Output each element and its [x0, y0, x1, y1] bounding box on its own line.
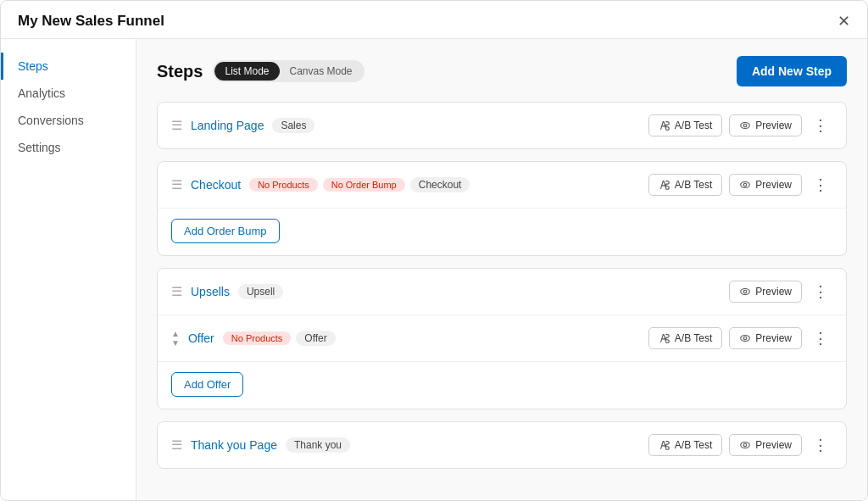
- eye-icon-upsells: [739, 286, 751, 298]
- step-actions-offer: A/B Test Preview ⋮: [648, 327, 832, 349]
- ab-test-icon: [659, 120, 670, 131]
- table-row: ☰ Checkout No Products No Order Bump Che…: [158, 162, 846, 209]
- step-group-landing: ☰ Landing Page Sales A/B Test: [157, 102, 847, 149]
- preview-button-checkout[interactable]: Preview: [729, 174, 802, 196]
- list-icon-checkout: ☰: [171, 177, 182, 192]
- more-button-checkout[interactable]: ⋮: [809, 174, 832, 196]
- ab-test-button-landing[interactable]: A/B Test: [648, 114, 722, 136]
- eye-icon-offer: [739, 332, 751, 344]
- step-actions-landing: A/B Test Preview ⋮: [648, 114, 832, 136]
- list-icon: ☰: [171, 118, 182, 133]
- content-area: Steps List Mode Canvas Mode Add New Step…: [136, 39, 867, 500]
- table-row: ☰ Upsells Upsell Preview ⋮: [158, 269, 846, 315]
- step-name-landing[interactable]: Landing Page: [191, 119, 264, 132]
- preview-button-thankyou[interactable]: Preview: [729, 434, 802, 456]
- type-tag-upsell: Upsell: [238, 284, 283, 299]
- step-actions-checkout: A/B Test Preview ⋮: [648, 174, 832, 196]
- step-group-upsells: ☰ Upsells Upsell Preview ⋮ ▲: [157, 268, 847, 409]
- eye-icon-landing: [739, 120, 751, 131]
- type-tag-thankyou: Thank you: [286, 437, 350, 453]
- step-group-thankyou: ☰ Thank you Page Thank you A/B Test: [157, 421, 847, 469]
- svg-point-5: [744, 290, 748, 293]
- more-button-thankyou[interactable]: ⋮: [809, 434, 832, 456]
- ab-test-button-offer[interactable]: A/B Test: [648, 327, 722, 349]
- tag-no-order-bump: No Order Bump: [323, 178, 405, 192]
- preview-button-landing[interactable]: Preview: [729, 114, 802, 136]
- sidebar-item-conversions[interactable]: Conversions: [1, 107, 136, 134]
- main-layout: Steps Analytics Conversions Settings Ste…: [1, 39, 867, 500]
- preview-button-offer[interactable]: Preview: [729, 327, 802, 349]
- type-tag-offer: Offer: [296, 331, 335, 346]
- svg-point-8: [741, 443, 750, 448]
- step-name-thankyou[interactable]: Thank you Page: [191, 438, 277, 452]
- eye-icon-checkout: [739, 179, 751, 191]
- svg-point-3: [744, 183, 748, 186]
- ab-test-icon-offer: [659, 332, 670, 344]
- step-name-checkout[interactable]: Checkout: [191, 178, 241, 192]
- content-header: Steps List Mode Canvas Mode Add New Step: [157, 56, 847, 86]
- type-tag-checkout: Checkout: [410, 177, 470, 192]
- more-button-upsells[interactable]: ⋮: [809, 281, 832, 303]
- step-actions-upsells: Preview ⋮: [729, 281, 832, 303]
- step-group-checkout: ☰ Checkout No Products No Order Bump Che…: [157, 161, 847, 256]
- svg-point-2: [741, 182, 750, 188]
- more-button-landing[interactable]: ⋮: [809, 114, 832, 136]
- canvas-mode-button[interactable]: Canvas Mode: [280, 62, 363, 81]
- sort-updown-icon: ▲ ▼: [171, 330, 180, 348]
- step-actions-thankyou: A/B Test Preview ⋮: [648, 434, 832, 456]
- svg-point-6: [741, 336, 750, 342]
- table-row: ▲ ▼ Offer No Products Offer A/B Test: [158, 315, 846, 362]
- svg-point-4: [741, 289, 750, 295]
- step-footer-upsells: Add Offer: [158, 362, 846, 409]
- type-tag-sales: Sales: [272, 118, 314, 133]
- step-name-offer[interactable]: Offer: [188, 331, 214, 345]
- eye-icon-thankyou: [739, 439, 751, 451]
- sidebar: Steps Analytics Conversions Settings: [1, 39, 136, 500]
- ab-test-button-thankyou[interactable]: A/B Test: [648, 434, 722, 456]
- list-icon-thankyou: ☰: [171, 437, 182, 453]
- svg-point-1: [744, 124, 748, 127]
- ab-test-button-checkout[interactable]: A/B Test: [648, 174, 722, 196]
- ab-test-icon-checkout: [659, 179, 670, 191]
- preview-button-upsells[interactable]: Preview: [729, 281, 802, 303]
- title-bar: My New Sales Funnel ✕: [1, 1, 867, 39]
- svg-point-0: [741, 123, 750, 129]
- svg-point-9: [744, 443, 748, 447]
- add-offer-button[interactable]: Add Offer: [171, 372, 243, 397]
- svg-point-7: [744, 337, 748, 340]
- step-footer-checkout: Add Order Bump: [158, 209, 846, 255]
- add-order-bump-button[interactable]: Add Order Bump: [171, 219, 280, 243]
- list-icon-upsells: ☰: [171, 284, 182, 299]
- mode-toggle: List Mode Canvas Mode: [213, 60, 364, 82]
- window-title: My New Sales Funnel: [18, 13, 164, 30]
- list-mode-button[interactable]: List Mode: [214, 62, 279, 81]
- add-new-step-button[interactable]: Add New Step: [737, 56, 847, 86]
- table-row: ☰ Thank you Page Thank you A/B Test: [158, 422, 846, 468]
- sidebar-item-settings[interactable]: Settings: [1, 134, 136, 161]
- close-button[interactable]: ✕: [837, 14, 850, 29]
- header-left: Steps List Mode Canvas Mode: [157, 60, 364, 82]
- page-title: Steps: [157, 62, 203, 81]
- sidebar-item-analytics[interactable]: Analytics: [1, 80, 136, 107]
- ab-test-icon-thankyou: [659, 439, 670, 451]
- table-row: ☰ Landing Page Sales A/B Test: [158, 103, 846, 148]
- tag-no-products-offer: No Products: [223, 331, 292, 345]
- sidebar-item-steps[interactable]: Steps: [1, 53, 136, 80]
- tag-no-products-checkout: No Products: [249, 178, 318, 192]
- more-button-offer[interactable]: ⋮: [809, 327, 832, 349]
- step-name-upsells[interactable]: Upsells: [191, 285, 230, 298]
